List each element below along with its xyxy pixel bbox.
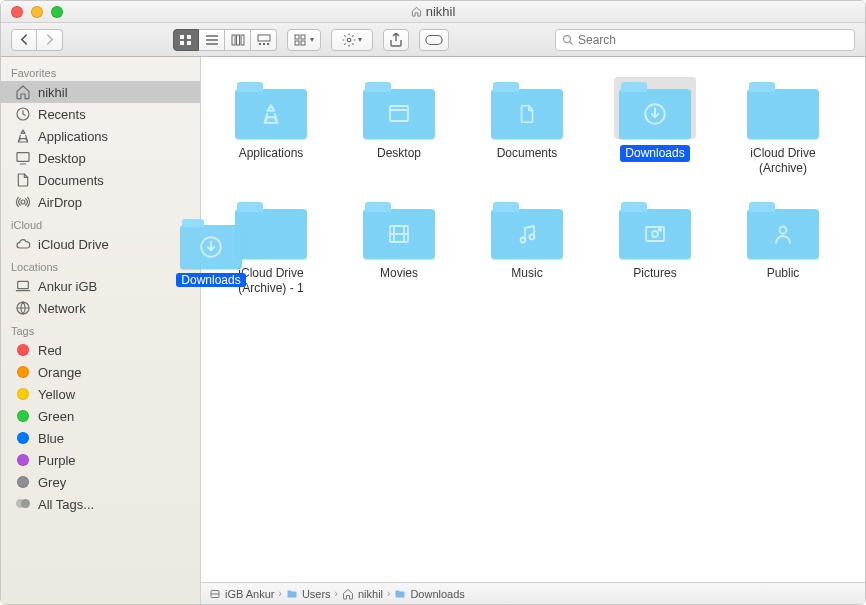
icon-grid: ApplicationsDesktopDocumentsDownloadsiCl… bbox=[201, 57, 865, 325]
close-button[interactable] bbox=[11, 6, 23, 18]
folder-desktop[interactable]: Desktop bbox=[335, 75, 463, 195]
tags-button[interactable] bbox=[419, 29, 449, 51]
folder-icloud-drive-archive-1[interactable]: iCloud Drive (Archive) - 1 bbox=[207, 195, 335, 315]
sidebar-item-nikhil[interactable]: nikhil bbox=[1, 81, 200, 103]
sidebar-item-green[interactable]: Green bbox=[1, 405, 200, 427]
folder-icon bbox=[394, 588, 406, 600]
titlebar: nikhil bbox=[1, 1, 865, 23]
content-area[interactable]: ApplicationsDesktopDocumentsDownloadsiCl… bbox=[201, 57, 865, 604]
tag-dot-icon bbox=[15, 386, 31, 402]
path-bar: iGB Ankur›Users›nikhil›Downloads bbox=[201, 582, 865, 604]
folder-icon bbox=[230, 77, 312, 139]
action-button[interactable]: ▾ bbox=[331, 29, 373, 51]
svg-rect-3 bbox=[187, 41, 191, 45]
sidebar-item-yellow[interactable]: Yellow bbox=[1, 383, 200, 405]
sidebar-item-label: Yellow bbox=[38, 387, 75, 402]
path-label: nikhil bbox=[358, 588, 383, 600]
folder-public[interactable]: Public bbox=[719, 195, 847, 315]
folder-movies[interactable]: Movies bbox=[335, 195, 463, 315]
arrange-button[interactable]: ▾ bbox=[287, 29, 321, 51]
svg-rect-26 bbox=[18, 281, 29, 288]
sidebar-item-all-tags-[interactable]: All Tags... bbox=[1, 493, 200, 515]
column-view-button[interactable] bbox=[225, 29, 251, 51]
gallery-view-button[interactable] bbox=[251, 29, 277, 51]
desktop-icon bbox=[15, 150, 31, 166]
folder-downloads[interactable]: Downloads bbox=[591, 75, 719, 195]
sidebar-item-purple[interactable]: Purple bbox=[1, 449, 200, 471]
tag-dot-icon bbox=[15, 408, 31, 424]
back-button[interactable] bbox=[11, 29, 37, 51]
sidebar-item-documents[interactable]: Documents bbox=[1, 169, 200, 191]
sidebar-item-applications[interactable]: Applications bbox=[1, 125, 200, 147]
sidebar-item-airdrop[interactable]: AirDrop bbox=[1, 191, 200, 213]
svg-rect-23 bbox=[17, 153, 29, 162]
folder-icloud-drive-archive-[interactable]: iCloud Drive (Archive) bbox=[719, 75, 847, 195]
sidebar-item-label: Purple bbox=[38, 453, 76, 468]
svg-rect-29 bbox=[390, 106, 408, 121]
path-item-downloads[interactable]: Downloads bbox=[394, 588, 464, 600]
folder-label: Downloads bbox=[620, 145, 689, 162]
airdrop-icon bbox=[15, 194, 31, 210]
sidebar-item-label: Recents bbox=[38, 107, 86, 122]
icon-view-button[interactable] bbox=[173, 29, 199, 51]
sidebar-item-ankur-igb[interactable]: Ankur iGB bbox=[1, 275, 200, 297]
svg-rect-40 bbox=[659, 229, 661, 231]
folder-applications[interactable]: Applications bbox=[207, 75, 335, 195]
folder-pictures[interactable]: Pictures bbox=[591, 195, 719, 315]
doc-icon bbox=[15, 172, 31, 188]
folder-icon bbox=[230, 197, 312, 259]
sidebar-item-label: All Tags... bbox=[38, 497, 94, 512]
nav-buttons bbox=[11, 29, 63, 51]
sidebar-item-blue[interactable]: Blue bbox=[1, 427, 200, 449]
svg-rect-13 bbox=[267, 43, 269, 45]
folder-icon bbox=[742, 77, 824, 139]
svg-rect-12 bbox=[263, 43, 265, 45]
window-title-text: nikhil bbox=[426, 4, 456, 19]
folder-icon bbox=[614, 197, 696, 259]
sidebar-item-desktop[interactable]: Desktop bbox=[1, 147, 200, 169]
search-box[interactable] bbox=[555, 29, 855, 51]
minimize-button[interactable] bbox=[31, 6, 43, 18]
sidebar-item-label: Green bbox=[38, 409, 74, 424]
path-label: Users bbox=[302, 588, 331, 600]
share-button[interactable] bbox=[383, 29, 409, 51]
svg-rect-1 bbox=[187, 35, 191, 39]
svg-rect-10 bbox=[258, 35, 270, 41]
sidebar-item-recents[interactable]: Recents bbox=[1, 103, 200, 125]
body: FavoritesnikhilRecentsApplicationsDeskto… bbox=[1, 57, 865, 604]
path-item-igb-ankur[interactable]: iGB Ankur bbox=[209, 588, 275, 600]
search-input[interactable] bbox=[578, 33, 848, 47]
folder-documents[interactable]: Documents bbox=[463, 75, 591, 195]
svg-line-21 bbox=[570, 41, 573, 44]
sidebar-item-label: iCloud Drive bbox=[38, 237, 109, 252]
forward-button[interactable] bbox=[37, 29, 63, 51]
laptop-icon bbox=[15, 278, 31, 294]
svg-rect-0 bbox=[180, 35, 184, 39]
sidebar-section-label: Favorites bbox=[1, 61, 200, 81]
sidebar-item-label: AirDrop bbox=[38, 195, 82, 210]
svg-point-39 bbox=[652, 231, 658, 237]
sidebar-item-label: Grey bbox=[38, 475, 66, 490]
folder-icon bbox=[286, 588, 298, 600]
sidebar-item-grey[interactable]: Grey bbox=[1, 471, 200, 493]
path-separator: › bbox=[335, 588, 338, 599]
sidebar-item-network[interactable]: Network bbox=[1, 297, 200, 319]
folder-icon bbox=[486, 197, 568, 259]
zoom-button[interactable] bbox=[51, 6, 63, 18]
path-item-nikhil[interactable]: nikhil bbox=[342, 588, 383, 600]
sidebar-item-icloud-drive[interactable]: iCloud Drive bbox=[1, 233, 200, 255]
svg-point-41 bbox=[780, 227, 787, 234]
folder-music[interactable]: Music bbox=[463, 195, 591, 315]
list-view-button[interactable] bbox=[199, 29, 225, 51]
sidebar-item-label: Red bbox=[38, 343, 62, 358]
sidebar-section-label: iCloud bbox=[1, 213, 200, 233]
path-item-users[interactable]: Users bbox=[286, 588, 331, 600]
sidebar-item-red[interactable]: Red bbox=[1, 339, 200, 361]
sidebar-item-label: Applications bbox=[38, 129, 108, 144]
svg-rect-11 bbox=[259, 43, 261, 45]
folder-label: Desktop bbox=[372, 145, 426, 162]
folder-icon bbox=[358, 77, 440, 139]
folder-icon bbox=[358, 197, 440, 259]
sidebar-item-orange[interactable]: Orange bbox=[1, 361, 200, 383]
sidebar-item-label: nikhil bbox=[38, 85, 68, 100]
